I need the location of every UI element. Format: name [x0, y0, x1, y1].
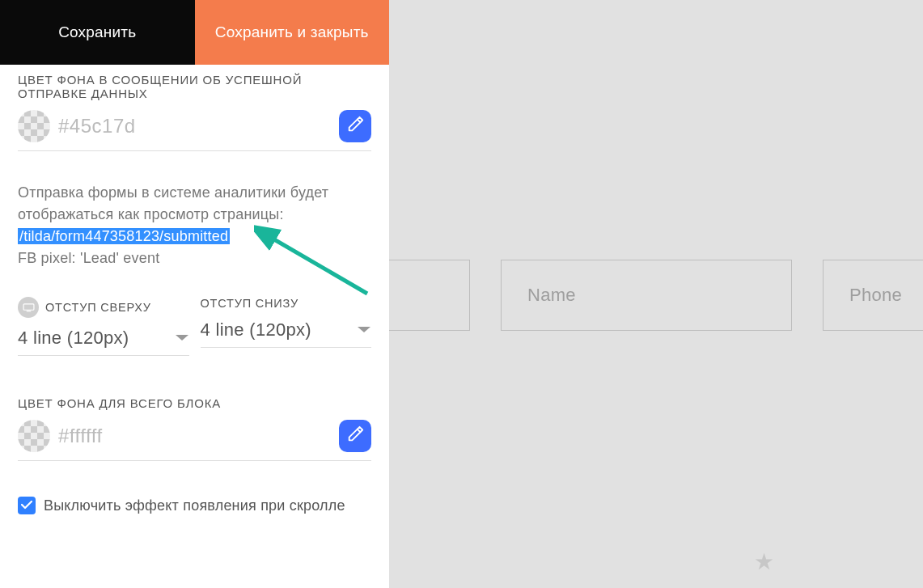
preview-phone-field[interactable]: [823, 260, 923, 331]
analytics-line1: Отправка формы в системе аналитики будет: [18, 182, 371, 204]
disable-animation-row[interactable]: Выключить эффект появления при скролле: [18, 497, 371, 514]
save-and-close-button[interactable]: Сохранить и закрыть: [195, 0, 390, 65]
block-bg-label: ЦВЕТ ФОНА ДЛЯ ВСЕГО БЛОКА: [18, 396, 371, 410]
svg-rect-0: [23, 303, 34, 309]
padding-top-select[interactable]: 4 line (120px): [18, 328, 189, 356]
padding-top-label-row: ОТСТУП СВЕРХУ: [18, 297, 189, 318]
svg-rect-1: [26, 311, 31, 311]
analytics-fb-pixel: FB pixel: 'Lead' event: [18, 247, 371, 269]
success-bg-color-label: ЦВЕТ ФОНА В СООБЩЕНИИ ОБ УСПЕШНОЙ ОТПРАВ…: [18, 73, 371, 100]
header-tabs: Сохранить Сохранить и закрыть: [0, 0, 389, 65]
padding-bottom-label-row: ОТСТУП СНИЗУ: [201, 297, 372, 310]
transparent-swatch-icon: [18, 110, 50, 142]
success-bg-color-row: [18, 108, 371, 151]
chevron-down-icon: [175, 331, 189, 345]
padding-bottom-value: 4 line (120px): [201, 319, 312, 341]
checkmark-icon: [21, 498, 32, 513]
disable-animation-label: Выключить эффект появления при скролле: [44, 497, 345, 514]
eyedropper-icon: [346, 116, 364, 137]
preview-canvas: ★: [389, 0, 923, 588]
padding-top-label: ОТСТУП СВЕРХУ: [45, 301, 151, 314]
block-bg-section: ЦВЕТ ФОНА ДЛЯ ВСЕГО БЛОКА: [18, 396, 371, 461]
analytics-info: Отправка формы в системе аналитики будет…: [18, 182, 371, 269]
padding-bottom-label: ОТСТУП СНИЗУ: [201, 297, 298, 310]
color-picker-button[interactable]: [339, 110, 371, 142]
color-picker-button[interactable]: [339, 420, 371, 452]
success-bg-color-input[interactable]: [58, 115, 331, 137]
chevron-down-icon: [357, 323, 371, 337]
block-bg-color-input[interactable]: [58, 425, 331, 447]
padding-bottom-select[interactable]: 4 line (120px): [201, 319, 372, 348]
analytics-line2: отображаться как просмотр страницы:: [18, 204, 371, 226]
app-root: Сохранить Сохранить и закрыть ЦВЕТ ФОНА …: [0, 0, 923, 588]
settings-sidebar: Сохранить Сохранить и закрыть ЦВЕТ ФОНА …: [0, 0, 389, 588]
padding-row: ОТСТУП СВЕРХУ 4 line (120px) ОТСТУП СНИЗ…: [18, 297, 371, 356]
star-icon: ★: [754, 548, 774, 575]
padding-top-col: ОТСТУП СВЕРХУ 4 line (120px): [18, 297, 189, 356]
preview-name-field[interactable]: [501, 260, 792, 331]
desktop-icon: [18, 297, 39, 318]
disable-animation-checkbox[interactable]: [18, 497, 36, 514]
save-button[interactable]: Сохранить: [0, 0, 195, 65]
transparent-swatch-icon: [18, 420, 50, 452]
block-bg-color-row: [18, 418, 371, 461]
eyedropper-icon: [346, 425, 364, 446]
settings-panel: ЦВЕТ ФОНА В СООБЩЕНИИ ОБ УСПЕШНОЙ ОТПРАВ…: [0, 65, 389, 588]
padding-top-value: 4 line (120px): [18, 328, 129, 349]
analytics-path-highlight: /tilda/form447358123/submitted: [18, 228, 230, 244]
padding-bottom-col: ОТСТУП СНИЗУ 4 line (120px): [201, 297, 372, 356]
